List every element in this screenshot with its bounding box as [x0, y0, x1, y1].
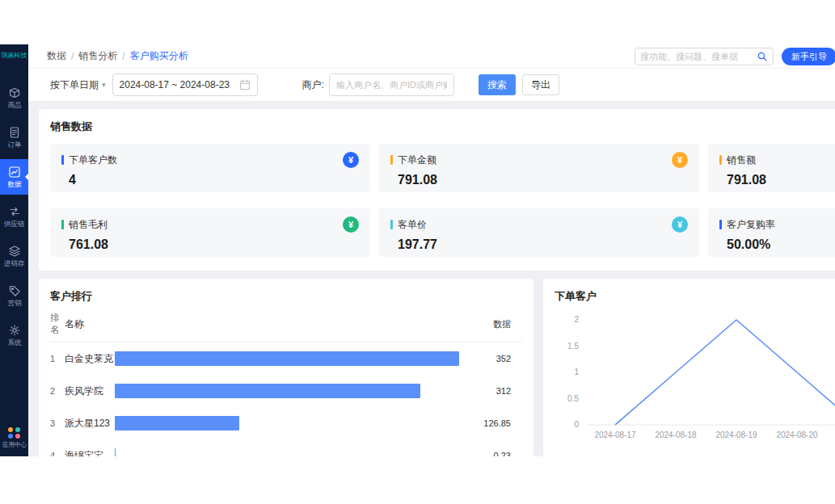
export-button[interactable]: 导出: [522, 74, 559, 95]
global-search-input[interactable]: [640, 52, 757, 61]
sidebar-item-system[interactable]: 系统: [0, 317, 28, 353]
yuan-circle-icon: ¥: [343, 152, 359, 168]
product-box-icon: [8, 86, 21, 99]
svg-text:2: 2: [574, 315, 579, 324]
stat-accent: [719, 155, 722, 165]
rank-number: 1: [50, 354, 65, 363]
rank-value: 312: [464, 386, 522, 396]
stat-value: 791.08: [727, 173, 835, 187]
sidebar-item-supply-chain[interactable]: 供应链: [0, 199, 28, 234]
stat-card-5: 客单价¥197.77: [379, 208, 699, 257]
rank-value: 352: [464, 354, 522, 363]
sidebar-item-marketing[interactable]: 营销: [0, 278, 28, 313]
customer-name: 派大星123: [65, 417, 115, 430]
stat-value: 50.00%: [727, 237, 835, 252]
sidebar-item-label: 系统: [7, 339, 21, 346]
sidebar-item-product[interactable]: 商品: [0, 80, 28, 116]
stat-accent: [61, 155, 64, 165]
stat-label: 下单客户数: [69, 153, 343, 167]
ranking-row: 3派大星123126.85: [50, 407, 522, 439]
rank-bar: [115, 384, 420, 398]
breadcrumb-separator: /: [71, 51, 74, 62]
svg-text:2024-08-18: 2024-08-18: [655, 430, 697, 439]
stat-card-3: 销售额¥791.08: [708, 144, 835, 192]
breadcrumb-item[interactable]: 销售分析: [78, 49, 117, 63]
stat-value: 197.77: [398, 237, 688, 252]
data-chart-icon: [8, 166, 21, 178]
rank-bar-track: [115, 351, 464, 366]
name-column-header: 名称: [65, 317, 115, 331]
stat-label: 销售毛利: [69, 218, 343, 232]
ranking-rows: 1白金史莱克3522疾风学院3123派大星123126.854海绵宝宝0.23: [50, 342, 522, 456]
orders-chart-section: 下单客户 00.511.522024-08-172024-08-182024-0…: [543, 279, 835, 456]
stat-label: 下单金额: [398, 153, 672, 167]
sidebar-item-data[interactable]: 数据: [0, 159, 28, 195]
stat-value: 4: [69, 173, 359, 187]
ranking-row: 1白金史莱克352: [50, 342, 522, 375]
sidebar-item-inventory[interactable]: 进销存: [0, 238, 28, 274]
customer-name: 白金史莱克: [65, 352, 115, 366]
search-button[interactable]: 搜索: [479, 74, 516, 95]
rank-number: 3: [50, 418, 65, 428]
merchant-input[interactable]: [329, 74, 454, 96]
rank-number: 2: [50, 386, 65, 396]
svg-text:0: 0: [574, 420, 579, 429]
date-type-dropdown[interactable]: 按下单日期 ▾: [50, 78, 106, 92]
content-area: 数据/销售分析/客户购买分析 新手引导 按下单日期 ▾: [28, 44, 835, 456]
sidebar-item-order[interactable]: 订单: [0, 120, 28, 155]
stat-card-2: 下单金额¥791.08: [379, 144, 699, 192]
merchant-label: 商户:: [302, 78, 324, 92]
date-range-input[interactable]: 2024-08-17 ~ 2024-08-23: [112, 74, 258, 96]
breadcrumb-item[interactable]: 数据: [47, 49, 66, 63]
stat-accent: [61, 220, 64, 229]
sales-data-title: 销售数据: [50, 120, 835, 134]
stat-label: 客户复购率: [727, 218, 835, 232]
marketing-tag-icon: [8, 284, 21, 297]
calendar-icon: [239, 79, 251, 90]
sidebar-item-app-center[interactable]: 应用中心: [0, 427, 28, 448]
customer-name: 海绵宝宝: [65, 449, 115, 457]
svg-text:2024-08-17: 2024-08-17: [594, 430, 636, 439]
rank-bar: [115, 416, 239, 430]
inventory-icon: [8, 245, 21, 258]
sidebar-item-label: 供应链: [4, 220, 25, 228]
system-gear-icon: [8, 324, 21, 337]
breadcrumb-separator: /: [122, 51, 124, 62]
sidebar-item-label: 进销存: [4, 260, 25, 267]
rank-bar-track: [115, 384, 464, 398]
search-icon[interactable]: [757, 51, 768, 62]
rank-number: 4: [50, 451, 65, 456]
svg-text:1: 1: [574, 368, 579, 376]
sidebar-item-label: 数据: [7, 181, 21, 188]
rank-column-header: 排名: [50, 312, 65, 336]
supply-chain-icon: [8, 205, 21, 218]
stat-accent: [390, 220, 393, 229]
svg-text:2024-08-19: 2024-08-19: [715, 430, 757, 439]
bottom-row: 客户排行 排名 名称 数据 1白金史莱克3522疾风学院3123派大星12312…: [39, 279, 835, 456]
stat-value: 761.08: [69, 237, 359, 252]
stat-card-4: 销售毛利¥761.08: [50, 208, 370, 257]
customer-ranking-title: 客户排行: [50, 289, 522, 304]
order-file-icon: [8, 126, 21, 139]
stat-card-1: 下单客户数¥4: [50, 144, 370, 192]
svg-text:1.5: 1.5: [567, 342, 579, 351]
breadcrumb: 数据/销售分析/客户购买分析: [47, 49, 188, 63]
yuan-circle-icon: ¥: [672, 216, 688, 233]
rank-value: 0.23: [464, 451, 522, 456]
ranking-header: 排名 名称 数据: [50, 312, 522, 342]
ranking-row: 4海绵宝宝0.23: [50, 439, 522, 456]
app-window: 琪惠科技 商品订单数据供应链进销存营销系统 应用中心 数据/销售分析/客户购买分…: [0, 44, 835, 456]
stat-value: 791.08: [398, 173, 688, 187]
rank-bar: [115, 351, 459, 366]
global-search[interactable]: [635, 48, 774, 65]
date-type-label: 按下单日期: [50, 78, 99, 92]
topbar-right: 新手引导: [635, 48, 835, 65]
value-column-header: 数据: [464, 318, 522, 330]
breadcrumb-item: 客户购买分析: [130, 49, 188, 63]
orders-chart-title: 下单客户: [555, 289, 835, 304]
ranking-row: 2疾风学院312: [50, 375, 522, 407]
sidebar-item-label: 商品: [7, 102, 21, 109]
sidebar: 琪惠科技 商品订单数据供应链进销存营销系统 应用中心: [0, 44, 28, 456]
guide-button[interactable]: 新手引导: [782, 48, 835, 65]
filter-bar: 按下单日期 ▾ 2024-08-17 ~ 2024-08-23 商户: 搜索 导…: [28, 69, 835, 101]
